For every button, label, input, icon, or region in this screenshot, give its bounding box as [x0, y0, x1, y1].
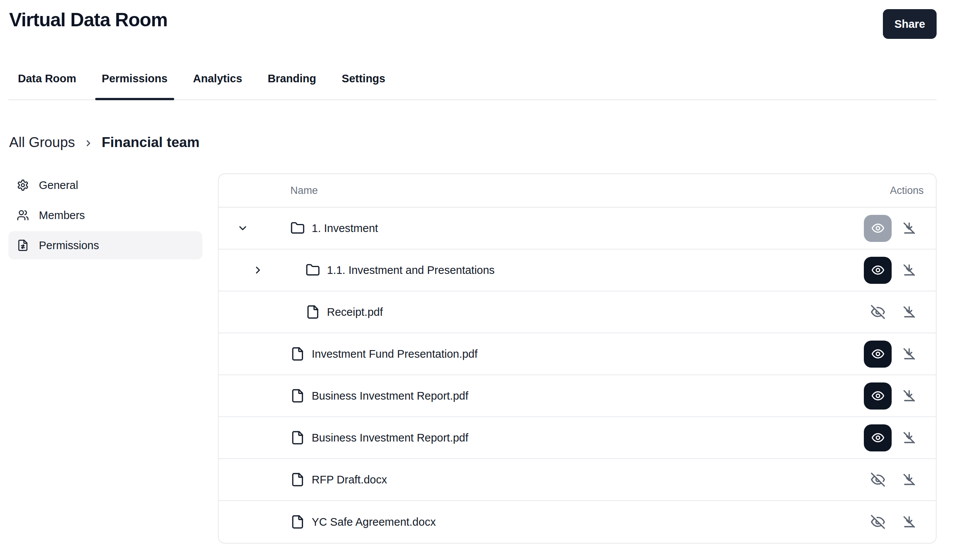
folder-icon — [290, 221, 305, 236]
item-type-icon — [305, 263, 320, 278]
view-permission-slot — [864, 340, 892, 367]
item-name: 1. Investment — [312, 222, 378, 235]
permissions-table-body: 1. Investment — [219, 208, 936, 543]
chevron-down-icon — [237, 223, 248, 234]
file-icon — [290, 347, 305, 361]
row-actions — [864, 340, 936, 367]
users-icon — [17, 209, 29, 221]
row-actions — [864, 424, 936, 451]
table-row: YC Safe Agreement.docx — [219, 501, 936, 543]
tab-data-room[interactable]: Data Room — [11, 72, 83, 99]
tab-analytics[interactable]: Analytics — [187, 72, 249, 99]
table-row: 1.1. Investment and Presentations — [219, 250, 936, 291]
chevron-right-icon — [252, 265, 264, 276]
row-name-cell: Investment Fund Presentation.pdf — [219, 347, 864, 361]
row-actions — [864, 382, 936, 409]
tab-branding[interactable]: Branding — [261, 72, 323, 99]
view-allowed-button[interactable] — [864, 424, 892, 451]
sidebar-item-label: General — [39, 179, 78, 192]
table-row: Receipt.pdf — [219, 291, 936, 333]
row-actions — [864, 257, 936, 284]
top-bar: Virtual Data Room Share — [0, 0, 961, 39]
permissions-table: Name Actions 1. Investment — [218, 173, 937, 544]
tab-permissions[interactable]: Permissions — [95, 72, 174, 99]
view-denied-button[interactable] — [870, 472, 885, 487]
view-permission-slot — [864, 509, 892, 536]
download-denied-button[interactable] — [901, 388, 918, 403]
eye-icon — [871, 389, 885, 403]
table-row: 1. Investment — [219, 208, 936, 250]
sidebar-item-permissions[interactable]: Permissions — [8, 231, 202, 260]
download-slash-icon — [902, 346, 917, 361]
view-allowed-button[interactable] — [864, 215, 892, 242]
sidebar-item-general[interactable]: General — [8, 171, 202, 199]
row-name-cell: 1. Investment — [219, 221, 864, 236]
download-slash-icon — [902, 304, 917, 319]
table-header: Name Actions — [219, 174, 936, 208]
eye-off-icon — [870, 472, 885, 487]
download-denied-button[interactable] — [901, 472, 918, 487]
eye-icon — [871, 221, 885, 235]
breadcrumb-all-groups[interactable]: All Groups — [9, 135, 75, 151]
row-actions — [864, 466, 936, 493]
eye-icon — [871, 347, 885, 361]
column-header-name: Name — [219, 185, 318, 197]
item-name: YC Safe Agreement.docx — [312, 516, 436, 528]
file-icon — [305, 305, 320, 319]
row-name-cell: Business Investment Report.pdf — [219, 430, 864, 445]
view-permission-slot — [864, 257, 892, 284]
row-actions — [864, 509, 936, 536]
file-icon — [290, 388, 305, 403]
row-actions — [864, 298, 936, 326]
share-button[interactable]: Share — [883, 9, 937, 39]
download-denied-button[interactable] — [901, 514, 918, 530]
sidebar-item-members[interactable]: Members — [8, 201, 202, 229]
row-name-cell: RFP Draft.docx — [219, 472, 864, 487]
download-slash-icon — [902, 263, 917, 278]
item-type-icon — [305, 305, 320, 319]
row-name-cell: Receipt.pdf — [219, 305, 864, 319]
item-type-icon — [290, 430, 305, 445]
table-row: Business Investment Report.pdf — [219, 417, 936, 459]
download-denied-button[interactable] — [901, 346, 918, 361]
folder-icon — [305, 263, 320, 278]
view-allowed-button[interactable] — [864, 257, 892, 284]
file-icon — [290, 515, 305, 529]
view-permission-slot — [864, 424, 892, 451]
item-type-icon — [290, 388, 305, 403]
download-denied-button[interactable] — [901, 304, 918, 319]
group-settings-sidebar: General Members Permissions — [8, 171, 202, 262]
item-type-icon — [290, 221, 305, 236]
eye-off-icon — [870, 304, 885, 319]
download-denied-button[interactable] — [901, 263, 918, 278]
file-icon — [290, 430, 305, 445]
expand-toggle[interactable] — [252, 265, 305, 276]
expand-toggle[interactable] — [237, 223, 290, 234]
row-name-cell: YC Safe Agreement.docx — [219, 515, 864, 529]
item-name: Business Investment Report.pdf — [312, 432, 468, 444]
download-denied-button[interactable] — [901, 430, 918, 445]
download-slash-icon — [902, 388, 917, 403]
item-name: Receipt.pdf — [327, 306, 383, 318]
eye-off-icon — [870, 514, 885, 530]
page-title: Virtual Data Room — [9, 10, 168, 30]
view-permission-slot — [864, 382, 892, 409]
view-permission-slot — [864, 215, 892, 242]
view-allowed-button[interactable] — [864, 382, 892, 409]
download-denied-button[interactable] — [901, 221, 918, 236]
view-allowed-button[interactable] — [864, 340, 892, 367]
table-row: Investment Fund Presentation.pdf — [219, 333, 936, 375]
view-denied-button[interactable] — [870, 514, 885, 530]
main-area: General Members Permissions Name Actions — [8, 173, 937, 544]
item-type-icon — [290, 347, 305, 361]
view-permission-slot — [864, 466, 892, 493]
item-type-icon — [290, 515, 305, 529]
tab-settings[interactable]: Settings — [335, 72, 392, 99]
breadcrumb: All Groups Financial team — [9, 135, 937, 151]
chevron-right-icon — [84, 138, 93, 148]
view-denied-button[interactable] — [870, 304, 885, 319]
gear-icon — [17, 179, 29, 191]
breadcrumb-current-group: Financial team — [102, 135, 200, 151]
eye-icon — [871, 431, 885, 444]
download-slash-icon — [902, 430, 917, 445]
